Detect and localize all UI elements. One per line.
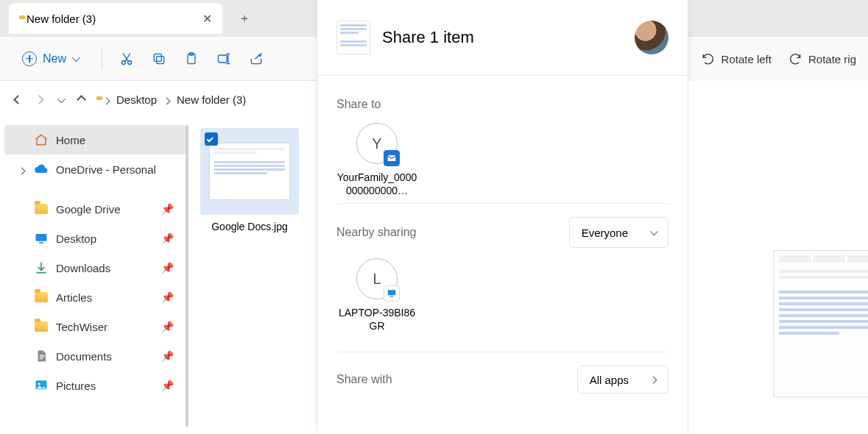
cut-button[interactable] — [119, 51, 135, 67]
new-button[interactable]: New — [15, 47, 85, 71]
pictures-icon — [34, 378, 49, 393]
sidebar-item-techwiser[interactable]: TechWiser 📌 — [4, 312, 186, 341]
document-icon — [34, 349, 49, 363]
sidebar-item-home[interactable]: Home — [4, 125, 186, 154]
preview-pane — [688, 81, 868, 434]
pin-icon[interactable]: 📌 — [161, 350, 174, 362]
sidebar-item-onedrive[interactable]: OneDrive - Personal — [4, 154, 186, 184]
svg-rect-6 — [219, 55, 227, 63]
pin-icon[interactable]: 📌 — [161, 232, 174, 244]
sidebar[interactable]: Home OneDrive - Personal Google Drive 📌 … — [0, 118, 190, 434]
device-initial-icon: L — [356, 258, 398, 299]
chevron-down-icon — [72, 53, 80, 61]
nearby-device[interactable]: L LAPTOP-39BI86GR — [336, 258, 417, 332]
paste-button[interactable] — [183, 51, 200, 67]
download-icon — [34, 260, 49, 275]
sidebar-item-label: OneDrive - Personal — [56, 163, 156, 176]
up-button[interactable] — [78, 93, 85, 106]
breadcrumb[interactable]: Desktop New folder (3) — [96, 93, 246, 106]
sidebar-item-google-drive[interactable]: Google Drive 📌 — [4, 194, 186, 224]
breadcrumb-item[interactable]: New folder (3) — [177, 93, 246, 106]
pin-icon[interactable]: 📌 — [161, 380, 174, 391]
cloud-icon — [34, 162, 49, 177]
chevron-right-icon — [650, 376, 657, 383]
share-with-row: Share with All apps — [336, 366, 668, 394]
sidebar-item-label: Documents — [56, 350, 112, 363]
share-panel: Share 1 item Share to Y YourFamily_00000… — [317, 0, 688, 434]
pin-icon[interactable]: 📌 — [161, 321, 174, 332]
svg-rect-9 — [40, 355, 45, 356]
home-icon — [34, 132, 49, 147]
share-panel-header: Share 1 item — [317, 0, 688, 76]
file-name: Google Docs.jpg — [200, 215, 299, 238]
contact-name: YourFamily_0000000000000… — [336, 171, 417, 197]
rename-button[interactable] — [216, 51, 232, 67]
plus-circle-icon — [22, 51, 37, 66]
sidebar-item-desktop[interactable]: Desktop 📌 — [4, 224, 186, 253]
right-toolbar: Rotate left Rotate rig — [689, 37, 868, 81]
chevron-right-icon[interactable] — [16, 163, 27, 176]
nearby-sharing-label: Nearby sharing — [336, 226, 417, 239]
sidebar-item-label: Desktop — [56, 232, 96, 245]
desktop-icon — [34, 231, 49, 246]
sidebar-item-articles[interactable]: Articles 📌 — [4, 282, 186, 312]
svg-rect-10 — [40, 357, 45, 357]
tab-title: New folder (3) — [27, 13, 195, 25]
sidebar-item-label: Articles — [56, 291, 92, 304]
copy-button[interactable] — [151, 51, 167, 67]
share-to-label: Share to — [336, 98, 668, 111]
share-with-button[interactable]: All apps — [577, 366, 668, 394]
svg-rect-8 — [39, 242, 43, 243]
folder-icon — [34, 202, 49, 216]
divider — [336, 203, 668, 204]
new-button-label: New — [43, 52, 66, 65]
image-preview[interactable] — [774, 250, 868, 397]
sidebar-item-label: TechWiser — [56, 321, 107, 333]
share-contact[interactable]: Y YourFamily_0000000000000… — [336, 123, 417, 197]
svg-rect-15 — [388, 290, 396, 295]
file-thumbnail[interactable] — [200, 128, 299, 215]
rotate-right-button[interactable]: Rotate rig — [788, 51, 856, 66]
forward-button[interactable] — [36, 93, 43, 106]
chevron-right-icon — [104, 93, 109, 106]
sidebar-item-pictures[interactable]: Pictures 📌 — [4, 371, 186, 400]
svg-rect-11 — [40, 358, 43, 359]
pin-icon[interactable]: 📌 — [161, 262, 174, 274]
folder-icon — [34, 319, 49, 334]
share-panel-title: Share 1 item — [382, 28, 623, 47]
chevron-down-icon — [650, 227, 658, 235]
share-button[interactable] — [248, 51, 264, 67]
device-initial: L — [373, 271, 381, 288]
nearby-sharing-dropdown[interactable]: Everyone — [569, 217, 668, 248]
nearby-sharing-value: Everyone — [582, 227, 628, 239]
sidebar-item-downloads[interactable]: Downloads 📌 — [4, 253, 186, 282]
separator — [102, 49, 102, 69]
share-with-label: Share with — [336, 373, 392, 386]
divider — [336, 352, 668, 352]
rotate-left-button[interactable]: Rotate left — [701, 51, 772, 66]
rotate-right-label: Rotate rig — [808, 53, 856, 65]
back-button[interactable] — [15, 93, 21, 106]
svg-rect-7 — [36, 234, 47, 241]
selected-checkbox-icon[interactable] — [205, 132, 218, 146]
rotate-left-label: Rotate left — [721, 53, 772, 65]
pin-icon[interactable]: 📌 — [161, 203, 174, 215]
nearby-sharing-row: Nearby sharing Everyone — [336, 217, 668, 248]
recent-locations-button[interactable] — [57, 93, 63, 106]
active-tab[interactable]: New folder (3) ✕ — [9, 3, 222, 34]
outlook-badge-icon — [384, 150, 400, 166]
chevron-right-icon — [164, 93, 169, 106]
close-tab-button[interactable]: ✕ — [202, 12, 212, 26]
folder-icon — [34, 290, 49, 305]
nav-arrows — [15, 93, 85, 106]
svg-point-13 — [38, 383, 40, 385]
new-tab-button[interactable]: ＋ — [230, 4, 259, 33]
share-panel-body: Share to Y YourFamily_0000000000000… Nea… — [317, 76, 688, 419]
pin-icon[interactable]: 📌 — [161, 291, 174, 303]
user-avatar[interactable] — [635, 21, 668, 54]
device-name: LAPTOP-39BI86GR — [336, 307, 417, 332]
sidebar-item-documents[interactable]: Documents 📌 — [4, 341, 186, 371]
pc-badge-icon — [384, 285, 400, 302]
file-item[interactable]: Google Docs.jpg — [200, 128, 299, 238]
breadcrumb-item[interactable]: Desktop — [116, 93, 157, 106]
